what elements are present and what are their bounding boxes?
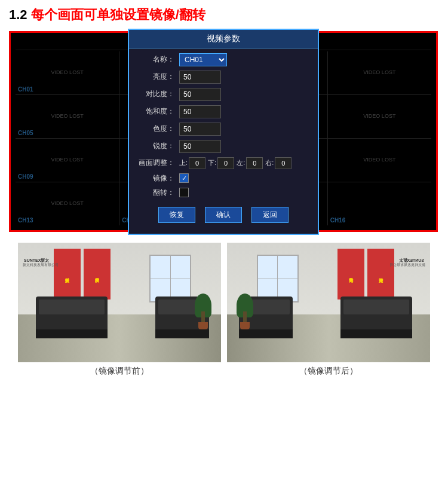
modal-row-mirror: 镜像：: [137, 173, 309, 184]
image-after: 2018-04-01 00:22:11 新太科技 发展科技 SUNTEX新太 新…: [227, 243, 430, 362]
comparison-section: 2018-04-01 00:22:11 新太科技 发展科技 SUNTEX新太 新…: [9, 243, 439, 377]
label-mirror: 镜像：: [137, 173, 179, 184]
video-params-modal: 视频参数 名称： CH01 亮度：: [128, 29, 319, 235]
title-text: 每个画面可单独设置镜像/翻转: [31, 7, 205, 22]
modal-row-hue: 色度：: [137, 123, 309, 136]
before-caption: （镜像调节前）: [90, 366, 149, 377]
modal-row-contrast: 对比度：: [137, 88, 309, 101]
reset-button[interactable]: 恢复: [158, 207, 195, 223]
dvr-screen: 2020-12-23 18:10:44 VIDEO LOST CH01 VIDE…: [16, 38, 431, 225]
after-plant-pot: [240, 322, 250, 329]
after-caption: （镜像调节后）: [299, 366, 358, 377]
input-contrast[interactable]: [179, 88, 221, 101]
comparison-before: 2018-04-01 00:22:11 新太科技 发展科技 SUNTEX新太 新…: [18, 243, 221, 377]
input-saturation[interactable]: [179, 105, 221, 118]
image-before: 2018-04-01 00:22:11 新太科技 发展科技 SUNTEX新太 新…: [18, 243, 221, 362]
modal-row-screen-adj: 画面调整： 上: 下: 左:: [137, 157, 309, 169]
adj-down-input[interactable]: [217, 157, 234, 169]
adj-left-input[interactable]: [246, 157, 263, 169]
before-plant: [194, 294, 212, 329]
modal-title: 视频参数: [129, 30, 318, 48]
dvr-container: 2020-12-23 18:10:44 VIDEO LOST CH01 VIDE…: [9, 31, 438, 232]
input-hue[interactable]: [179, 123, 221, 136]
after-plant: [236, 294, 254, 329]
adj-left-label: 左:: [237, 158, 245, 167]
label-flip: 翻转：: [137, 188, 179, 198]
modal-overlay: 视频参数 名称： CH01 亮度：: [16, 38, 431, 225]
label-name: 名称：: [137, 54, 179, 65]
adj-right: 右:: [265, 157, 291, 169]
screen-adj-inputs: 上: 下: 左: 右:: [179, 157, 291, 169]
adj-right-input[interactable]: [275, 157, 291, 169]
before-window: [149, 255, 191, 302]
label-screen-adj: 画面调整：: [137, 158, 179, 168]
input-brightness[interactable]: [179, 71, 221, 84]
comparison-after: 2018-04-01 00:22:11 新太科技 发展科技 SUNTEX新太 新…: [227, 243, 430, 377]
checkbox-flip[interactable]: [179, 188, 189, 197]
after-window: [257, 255, 299, 302]
after-banner-2: 发展科技: [337, 249, 364, 299]
checkbox-mirror[interactable]: [179, 173, 189, 183]
after-sofa-left: [340, 297, 412, 329]
adj-up: 上:: [179, 157, 205, 169]
back-button[interactable]: 返回: [251, 207, 289, 223]
before-sofa-left: [36, 297, 108, 329]
label-sharpness: 锐度：: [137, 141, 179, 151]
modal-row-brightness: 亮度：: [137, 71, 309, 84]
input-sharpness[interactable]: [179, 140, 221, 153]
before-plant-pot: [198, 322, 208, 329]
confirm-button[interactable]: 确认: [205, 207, 242, 223]
select-channel[interactable]: CH01: [179, 53, 227, 66]
before-banner-1: 新太科技: [54, 249, 81, 299]
modal-buttons: 恢复 确认 返回: [137, 202, 309, 229]
adj-down-label: 下:: [208, 158, 216, 167]
modal-body: 名称： CH01 亮度： 对比度：: [129, 48, 318, 234]
label-hue: 色度：: [137, 124, 179, 134]
adj-down: 下:: [208, 157, 234, 169]
modal-row-saturation: 饱和度：: [137, 105, 309, 118]
adj-up-input[interactable]: [189, 157, 205, 169]
before-logo-sub: 新太科技发展有限公司: [23, 262, 59, 268]
adj-right-label: 右:: [265, 158, 274, 167]
modal-row-flip: 翻转：: [137, 188, 309, 198]
label-contrast: 对比度：: [137, 89, 179, 99]
before-banner-2: 发展科技: [84, 249, 111, 299]
page-title: 1.2 每个画面可单独设置镜像/翻转: [9, 6, 439, 24]
title-number: 1.2: [9, 7, 27, 22]
after-logo-sub: 新太科技发展有限公司: [389, 262, 425, 268]
label-brightness: 亮度：: [137, 72, 179, 82]
adj-up-label: 上:: [179, 158, 188, 167]
label-saturation: 饱和度：: [137, 106, 179, 117]
after-banner-1: 新太科技: [367, 249, 394, 299]
modal-row-sharpness: 锐度：: [137, 140, 309, 153]
modal-row-name: 名称： CH01: [137, 53, 309, 66]
adj-left: 左:: [237, 157, 263, 169]
